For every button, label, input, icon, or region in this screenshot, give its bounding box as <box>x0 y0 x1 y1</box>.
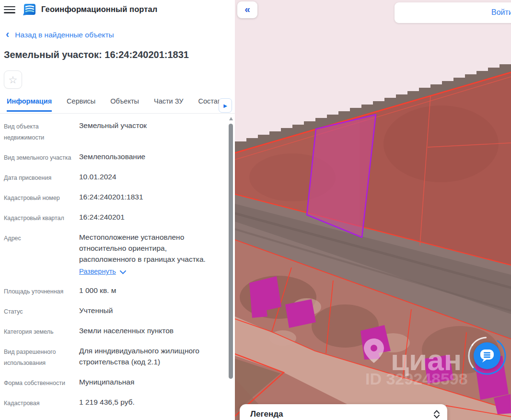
attribute-value: Землепользование <box>79 151 145 163</box>
attribute-label: Категория земель <box>4 325 76 338</box>
attribute-row: Вид объекта недвижимости Земельный участ… <box>4 120 225 143</box>
tab-bar: Информация Сервисы Объекты Части ЗУ Сост… <box>0 97 235 114</box>
tabs-overflow-button[interactable]: ▶ <box>219 98 232 113</box>
attribute-value: 16:24:240201:1831 <box>79 191 143 204</box>
attribute-value: Местоположение установлено относительно … <box>79 233 206 263</box>
attribute-label: Статус <box>4 305 76 317</box>
login-button[interactable]: Войти <box>395 2 511 23</box>
attribute-label: Площадь уточненная <box>4 285 76 297</box>
attribute-value: 1 219 436,5 руб. <box>79 397 135 409</box>
back-link-label: Назад в найденные объекты <box>15 31 114 39</box>
attribute-value: Для инндивидуального жилищного строитель… <box>79 345 225 369</box>
attribute-row-address: Адрес Местоположение установлено относит… <box>4 232 225 277</box>
attribute-value: Муниципальная <box>79 376 134 389</box>
attribute-label: Вид объекта недвижимости <box>4 120 76 143</box>
attributes-list: Вид объекта недвижимости Земельный участ… <box>4 120 225 417</box>
attribute-row: Категория земель Земли населенных пункто… <box>4 325 225 338</box>
attribute-row: Дата присвоения 10.01.2024 <box>4 171 225 184</box>
attribute-label: Вид земельного участка <box>4 151 76 163</box>
arrow-right-icon: ▶ <box>223 103 227 108</box>
app-title: Геоинформационный портал <box>41 5 157 14</box>
attribute-row: Вид разрешенного использования Для иннди… <box>4 345 225 369</box>
tab-parcel-parts[interactable]: Части ЗУ <box>154 97 184 112</box>
attribute-label: Кадастровый номер <box>4 191 76 204</box>
scrollbar-thumb[interactable] <box>229 124 233 379</box>
chat-button[interactable] <box>474 342 500 369</box>
collapse-panel-button[interactable]: « <box>237 1 257 18</box>
legend-toggle-button[interactable] <box>431 408 442 420</box>
attribute-value: Учтенный <box>79 305 113 317</box>
attribute-label: Форма собственности <box>4 376 76 389</box>
attribute-label: Дата присвоения <box>4 171 76 184</box>
back-chevron-icon: ‹ <box>6 31 9 38</box>
double-chevron-left-icon: « <box>244 3 250 15</box>
object-info-panel: Геоинформационный портал ‹ Назад в найде… <box>0 0 235 420</box>
attribute-row: Площадь уточненная 1 000 кв. м <box>4 285 225 297</box>
legend-panel: Легенда <box>240 404 447 420</box>
attribute-value: 1 000 кв. м <box>79 285 116 297</box>
legend-title: Легенда <box>250 409 283 419</box>
expand-address-link[interactable]: Развернуть <box>79 266 126 277</box>
attribute-value: 16:24:240201 <box>79 211 125 224</box>
attribute-value: Земельный участок <box>79 120 147 143</box>
scroll-up-arrow-icon[interactable] <box>229 117 233 120</box>
chevron-down-icon <box>434 415 440 419</box>
tab-composition[interactable]: Состав <box>198 97 221 112</box>
chevron-down-icon <box>120 270 126 274</box>
login-button-label: Войти <box>491 8 511 17</box>
tab-services[interactable]: Сервисы <box>67 97 95 112</box>
chat-bubble-icon <box>479 348 495 363</box>
app-logo <box>23 2 36 16</box>
tab-objects[interactable]: Объекты <box>110 97 139 112</box>
satellite-cadastral-map: циан ID 329248598 <box>235 0 511 420</box>
attribute-row: Кадастровый номер 16:24:240201:1831 <box>4 191 225 204</box>
watermark-id: ID 329248598 <box>365 370 468 388</box>
attribute-label: Адрес <box>4 232 76 277</box>
attribute-label: Кадастровый квартал <box>4 211 76 224</box>
map-canvas[interactable]: циан ID 329248598 « Войти Легенда <box>235 0 511 420</box>
menu-hamburger-icon[interactable] <box>4 4 15 14</box>
favorite-star-button[interactable]: ☆ <box>4 70 22 89</box>
page-title: Земельный участок: 16:24:240201:1831 <box>4 49 189 60</box>
attribute-row: Вид земельного участка Землепользование <box>4 151 225 163</box>
chevron-up-icon <box>434 410 440 414</box>
expand-address-label: Развернуть <box>79 266 116 277</box>
attribute-row: Кадастровый квартал 16:24:240201 <box>4 211 225 224</box>
attribute-label: Кадастровая <box>4 397 76 409</box>
attribute-label: Вид разрешенного использования <box>4 345 76 369</box>
app-header: Геоинформационный портал <box>0 0 235 21</box>
attribute-row: Кадастровая 1 219 436,5 руб. <box>4 397 225 409</box>
star-icon: ☆ <box>9 75 18 85</box>
attribute-row: Статус Учтенный <box>4 305 225 317</box>
panel-scrollbar[interactable] <box>229 115 233 384</box>
tab-information[interactable]: Информация <box>7 97 52 112</box>
attribute-value: 10.01.2024 <box>79 171 116 184</box>
back-link[interactable]: ‹ Назад в найденные объекты <box>6 31 114 39</box>
attribute-row: Форма собственности Муниципальная <box>4 376 225 389</box>
attribute-value: Земли населенных пунктов <box>79 325 174 338</box>
